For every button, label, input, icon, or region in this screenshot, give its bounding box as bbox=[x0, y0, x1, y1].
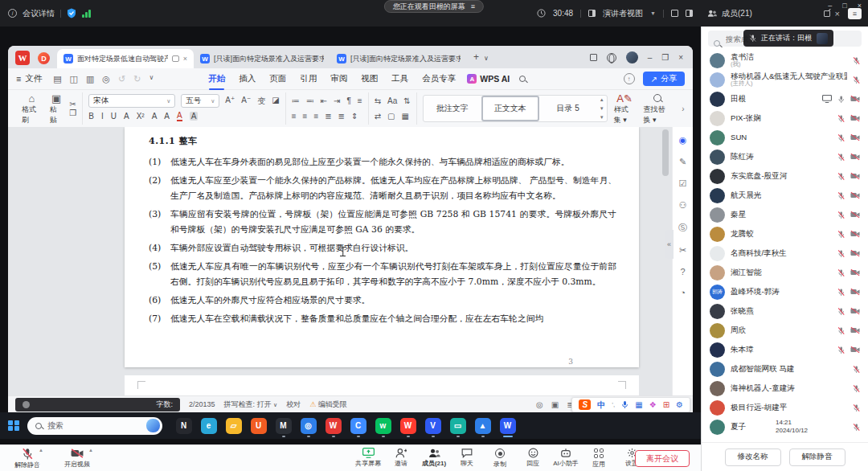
wps-logo[interactable]: W bbox=[15, 51, 30, 65]
member-row[interactable]: 航天晨光 bbox=[702, 186, 868, 205]
unmute-button[interactable]: ▲ 解除静音 bbox=[10, 448, 45, 469]
text-tool-icon[interactable]: ▢ bbox=[387, 112, 395, 121]
view-mode-icon[interactable]: ◎ bbox=[536, 400, 543, 409]
font-format-icon[interactable]: A bbox=[177, 111, 182, 121]
ime-language-toggle[interactable]: 中 bbox=[597, 399, 605, 411]
taskbar-app[interactable]: w bbox=[375, 414, 391, 437]
font-format-icon[interactable]: A bbox=[124, 112, 129, 121]
view-mode-icon[interactable]: ▣ bbox=[551, 400, 559, 409]
collapse-sidebar-handle[interactable]: « bbox=[665, 230, 674, 259]
docer-icon[interactable]: D bbox=[38, 52, 50, 64]
member-row[interactable]: 海神机器人-童建涛 bbox=[702, 379, 868, 398]
ime-voice-icon[interactable] bbox=[621, 400, 628, 409]
sogou-logo[interactable]: S bbox=[579, 399, 591, 410]
alignment-icon[interactable]: ⇕ bbox=[351, 112, 358, 121]
paragraph-tool-icon[interactable]: ≕ bbox=[306, 96, 314, 105]
copy-icon[interactable]: ❐ bbox=[69, 109, 76, 117]
font-format-icon[interactable]: A bbox=[152, 112, 158, 121]
video-options-caret[interactable]: ▲ bbox=[88, 448, 93, 453]
style-set-button[interactable]: A✎样式集 ▾ bbox=[612, 92, 637, 126]
member-row[interactable]: 张晓燕 bbox=[702, 301, 868, 321]
paragraph-tool-icon[interactable]: ≡ bbox=[358, 96, 362, 105]
member-row[interactable]: 极目行远-胡建平 bbox=[702, 398, 868, 417]
ime-toolbox-icon[interactable]: ⊞ bbox=[663, 400, 669, 409]
member-row[interactable]: 田根 bbox=[702, 89, 868, 109]
font-format-icon[interactable]: B bbox=[88, 112, 94, 121]
next-page-top[interactable] bbox=[125, 375, 639, 395]
side-tool-icon[interactable]: ? bbox=[680, 267, 685, 276]
start-video-button[interactable]: ▲ 开启视频 bbox=[59, 448, 95, 469]
taskbar-app[interactable]: W bbox=[399, 414, 416, 437]
alignment-icon[interactable]: ≡ bbox=[292, 112, 297, 121]
alignment-icon[interactable]: ≡ bbox=[313, 112, 318, 121]
close-tab-icon[interactable]: × bbox=[183, 55, 187, 63]
font-tool-icon[interactable]: A⁻ bbox=[241, 96, 251, 107]
text-tool-icon[interactable]: ⇅ bbox=[403, 96, 410, 105]
ribbon-search-icon[interactable] bbox=[519, 74, 526, 84]
style-body-text[interactable]: 正文文本 bbox=[481, 96, 539, 121]
vertical-scrollbar[interactable] bbox=[662, 129, 669, 391]
text-tool-icon[interactable]: ⇄ bbox=[375, 112, 381, 121]
side-tool-icon[interactable]: ⚇ bbox=[679, 200, 687, 211]
record-button[interactable]: 录制 bbox=[485, 448, 514, 469]
ribbon-tab[interactable]: 插入 bbox=[239, 73, 256, 84]
taskbar-app[interactable]: e bbox=[200, 414, 217, 437]
text-tool-icon[interactable]: ▦ bbox=[402, 112, 409, 121]
ime-punctuation-toggle[interactable]: ’, bbox=[612, 401, 615, 408]
cloud-sync-icon[interactable]: ↑ bbox=[624, 73, 635, 84]
font-tool-icon[interactable]: 变 bbox=[257, 96, 265, 107]
side-tool-icon[interactable]: ✎ bbox=[679, 157, 686, 167]
member-row[interactable]: 湘江智能 bbox=[702, 263, 868, 282]
mic-options-caret[interactable]: ▲ bbox=[39, 448, 43, 453]
text-tool-icon[interactable]: ⇆ bbox=[375, 96, 381, 105]
ribbon-tab[interactable]: 开始 bbox=[208, 73, 225, 84]
members-button[interactable]: 成员(21) bbox=[420, 448, 448, 469]
banner-menu-icon[interactable]: ≡ bbox=[471, 2, 475, 10]
wps-close-button[interactable]: × bbox=[678, 53, 683, 62]
popout-panel-icon[interactable] bbox=[824, 10, 830, 17]
taskbar-app[interactable]: M bbox=[275, 414, 292, 437]
wps-restore-button[interactable]: ❐ bbox=[661, 53, 669, 62]
print-icon[interactable]: ▥ bbox=[86, 74, 94, 84]
save-icon[interactable]: ▤ bbox=[53, 74, 61, 84]
ime-skin-icon[interactable]: ❖ bbox=[649, 400, 657, 409]
window-layout-icon[interactable] bbox=[590, 54, 597, 61]
close-panel-icon[interactable]: × bbox=[835, 9, 840, 18]
ime-settings-icon[interactable]: ⚙ bbox=[676, 400, 683, 409]
proofread-button[interactable]: 校对 bbox=[286, 399, 301, 410]
security-shield-icon[interactable] bbox=[67, 8, 76, 18]
member-row[interactable]: 成都智能网联 马建 bbox=[702, 359, 868, 379]
font-tool-icon[interactable]: A⁺ bbox=[225, 96, 235, 107]
export-icon[interactable]: ◫ bbox=[70, 74, 78, 84]
doc-tab-active[interactable]: W 面对特定场景低速自动驾驶产 × bbox=[57, 49, 194, 68]
share-screen-button[interactable]: 共享屏幕 bbox=[354, 448, 383, 469]
alignment-icon[interactable]: ≣ bbox=[325, 112, 331, 121]
reaction-button[interactable]: 回应 bbox=[518, 448, 547, 469]
member-row[interactable]: 周欣 bbox=[702, 321, 868, 340]
alignment-icon[interactable]: ≡ bbox=[303, 112, 308, 121]
edit-restricted-badge[interactable]: ⚠ 编辑受限 bbox=[309, 399, 347, 410]
watching-screen-banner[interactable]: 您正在观看田根的屏幕 ≡ bbox=[384, 0, 484, 13]
side-tool-icon[interactable]: Ⓢ bbox=[678, 222, 687, 234]
ribbon-tab[interactable]: 工具 bbox=[391, 73, 408, 84]
ime-keyboard-icon[interactable]: ▦ bbox=[635, 400, 642, 409]
side-tool-icon[interactable]: ◉ bbox=[679, 135, 687, 145]
side-tool-icon[interactable]: ◔ bbox=[680, 288, 686, 297]
member-row[interactable]: 移动机器人&低速无人驾驶产业联盟 (主持人) bbox=[702, 70, 868, 89]
print-preview-icon[interactable]: ◎ bbox=[102, 74, 110, 84]
apps-button[interactable]: 应用 bbox=[584, 448, 613, 469]
taskbar-app[interactable]: W bbox=[499, 414, 516, 437]
font-format-icon[interactable]: I bbox=[101, 112, 104, 121]
scrollbar-thumb[interactable] bbox=[662, 129, 669, 176]
quickbar-caret-icon[interactable]: ∨ bbox=[149, 74, 154, 84]
member-row[interactable]: SUN bbox=[702, 128, 868, 147]
paragraph-tool-icon[interactable]: ⇥ bbox=[334, 96, 340, 105]
document-page[interactable]: 4.1.1 整车 (1)低速无人车在车身外表面的易见部位上应至少装置一个能永久保… bbox=[125, 127, 639, 367]
taskbar-app[interactable]: ▭ bbox=[449, 414, 466, 437]
member-row[interactable]: 郭涛 盈峰环境-郭涛 bbox=[702, 282, 868, 301]
ribbon-tab[interactable]: 审阅 bbox=[330, 73, 347, 84]
doc-tab[interactable]: W [只读]面向特定场景准入及运营要求标 bbox=[194, 49, 330, 68]
style-toc5[interactable]: 目录 5 bbox=[539, 96, 597, 121]
close-button[interactable]: × bbox=[858, 2, 862, 10]
cut-icon[interactable]: ✂ bbox=[69, 100, 76, 109]
